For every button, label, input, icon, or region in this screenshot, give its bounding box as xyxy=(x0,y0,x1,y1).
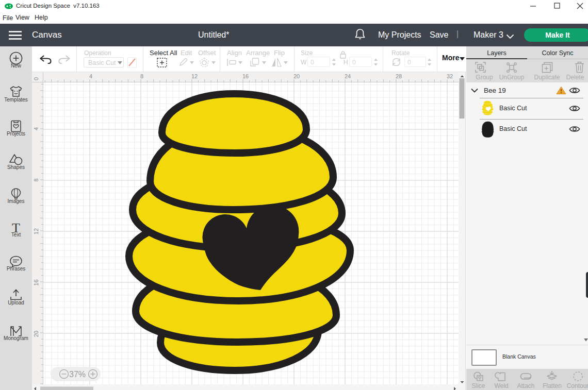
svg-text:37%: 37% xyxy=(69,370,86,379)
svg-text:20: 20 xyxy=(33,331,39,337)
svg-text:8: 8 xyxy=(140,73,143,79)
svg-text:16: 16 xyxy=(33,279,39,285)
svg-text:20: 20 xyxy=(293,73,300,79)
svg-text:24: 24 xyxy=(345,73,351,79)
svg-text:16: 16 xyxy=(242,73,249,79)
svg-text:4: 4 xyxy=(89,73,92,79)
svg-text:8: 8 xyxy=(33,178,39,181)
svg-text:32: 32 xyxy=(447,73,453,79)
svg-text:12: 12 xyxy=(33,228,39,234)
svg-text:28: 28 xyxy=(396,73,402,79)
svg-text:4: 4 xyxy=(33,127,39,130)
svg-text:12: 12 xyxy=(191,73,198,79)
